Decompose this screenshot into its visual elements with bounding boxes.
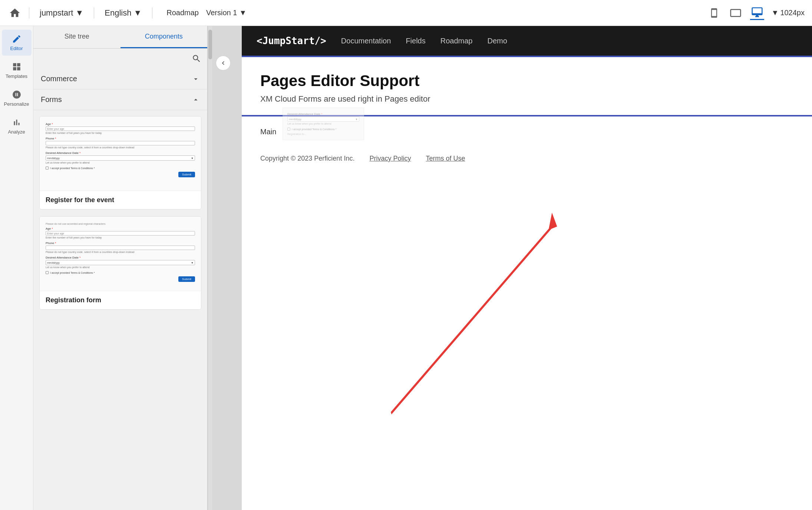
separator bbox=[29, 7, 29, 19]
version-chevron: ▼ bbox=[239, 9, 247, 17]
brand-selector[interactable]: jumpstart ▼ bbox=[36, 8, 87, 18]
registration-preview: Please do not use accented and regional … bbox=[40, 217, 201, 291]
scroll-bar[interactable] bbox=[208, 26, 212, 510]
mini-form-registration: Please do not use accented and regional … bbox=[46, 223, 195, 282]
brand-label: jumpstart bbox=[40, 8, 73, 18]
sidebar-label-analyze: Analyze bbox=[8, 129, 25, 135]
version-selector[interactable]: Version 1 ▼ bbox=[206, 9, 247, 17]
site-nav-demo[interactable]: Demo bbox=[487, 37, 507, 45]
px-label: 1024px bbox=[780, 9, 805, 17]
accordion-commerce[interactable]: Commerce bbox=[33, 69, 207, 89]
panel-tabs: Site tree Components bbox=[33, 26, 207, 49]
route-nav: Roadmap Version 1 ▼ bbox=[166, 9, 247, 17]
panel-toggle-button[interactable] bbox=[216, 56, 231, 70]
search-icon[interactable] bbox=[192, 54, 201, 63]
language-selector[interactable]: English ▼ bbox=[101, 8, 145, 18]
commerce-label: Commerce bbox=[41, 75, 77, 83]
registration-card-label: Registration form bbox=[40, 291, 201, 309]
site-main-label: Main bbox=[260, 128, 276, 136]
site-nav-fields[interactable]: Fields bbox=[406, 37, 425, 45]
site-nav-roadmap[interactable]: Roadmap bbox=[440, 37, 473, 45]
sidebar-item-editor[interactable]: Editor bbox=[2, 30, 32, 56]
site-nav-documentation[interactable]: Documentation bbox=[341, 37, 391, 45]
forms-content: Age * Enter your age Enter the number of… bbox=[33, 110, 207, 322]
home-button[interactable] bbox=[7, 6, 22, 20]
lang-chevron: ▼ bbox=[133, 8, 142, 18]
tablet-device-button[interactable] bbox=[729, 6, 743, 20]
brand-chevron: ▼ bbox=[75, 8, 83, 18]
separator3 bbox=[152, 7, 152, 19]
viewport-size-selector[interactable]: ▼ 1024px bbox=[772, 9, 805, 17]
sidebar-item-templates[interactable]: Templates bbox=[2, 57, 32, 83]
chevron-down-icon bbox=[192, 75, 200, 83]
version-label: Version 1 bbox=[206, 9, 237, 17]
scroll-thumb bbox=[208, 30, 212, 59]
site-footer-terms[interactable]: Terms of Use bbox=[426, 155, 465, 162]
chevron-down-icon: ▼ bbox=[772, 9, 779, 17]
preview-area: <JumpStart/> Documentation Fields Roadma… bbox=[212, 26, 812, 510]
site-hero-subtitle: XM Cloud Forms are used right in Pages e… bbox=[260, 94, 793, 104]
forms-label: Forms bbox=[41, 95, 62, 104]
site-content: Pages Editor Support XM Cloud Forms are … bbox=[242, 56, 812, 170]
site-footer-copy: Copyright © 2023 Perficient Inc. bbox=[260, 155, 354, 162]
tab-site-tree[interactable]: Site tree bbox=[33, 26, 121, 48]
site-frame: <JumpStart/> Documentation Fields Roadma… bbox=[242, 26, 812, 510]
components-panel: Site tree Components Commerce Forms bbox=[33, 26, 208, 510]
main-layout: Editor Templates Personalize Analyze Sit… bbox=[0, 26, 812, 510]
site-footer: Copyright © 2023 Perficient Inc. Privacy… bbox=[242, 147, 812, 170]
site-footer-privacy[interactable]: Privacy Policy bbox=[369, 155, 411, 162]
site-hero: Pages Editor Support XM Cloud Forms are … bbox=[242, 57, 812, 116]
register-preview: Age * Enter your age Enter the number of… bbox=[40, 116, 201, 191]
sidebar-label-templates: Templates bbox=[6, 73, 27, 79]
panel-search-bar bbox=[33, 49, 207, 69]
site-main: Main bbox=[242, 116, 812, 147]
mini-form-register: Age * Enter your age Enter the number of… bbox=[46, 122, 195, 177]
svg-marker-1 bbox=[548, 213, 557, 230]
top-bar-right: ▼ 1024px bbox=[707, 6, 805, 20]
sidebar-label-personalize: Personalize bbox=[4, 101, 29, 107]
svg-line-0 bbox=[391, 227, 552, 413]
register-card-label: Register for the event bbox=[40, 191, 201, 209]
route-label[interactable]: Roadmap bbox=[166, 9, 199, 17]
sidebar-item-personalize[interactable]: Personalize bbox=[2, 85, 32, 111]
site-logo: <JumpStart/> bbox=[257, 35, 326, 46]
chevron-up-icon bbox=[192, 96, 200, 104]
separator2 bbox=[94, 7, 94, 19]
mobile-device-button[interactable] bbox=[707, 6, 721, 20]
sidebar-label-editor: Editor bbox=[10, 46, 23, 51]
site-hero-title: Pages Editor Support bbox=[260, 72, 793, 90]
desktop-device-button[interactable] bbox=[750, 6, 764, 20]
accordion-forms[interactable]: Forms bbox=[33, 89, 207, 110]
component-card-register[interactable]: Age * Enter your age Enter the number of… bbox=[39, 116, 201, 210]
site-nav: <JumpStart/> Documentation Fields Roadma… bbox=[242, 26, 812, 56]
sidebar-icons: Editor Templates Personalize Analyze bbox=[0, 26, 33, 510]
tab-components[interactable]: Components bbox=[121, 26, 208, 48]
sidebar-item-analyze[interactable]: Analyze bbox=[2, 113, 32, 139]
lang-label: English bbox=[105, 8, 131, 18]
component-card-registration[interactable]: Please do not use accented and regional … bbox=[39, 216, 201, 310]
panel-scroll: Commerce Forms Age * bbox=[33, 69, 207, 510]
top-bar: jumpstart ▼ English ▼ Roadmap Version 1 … bbox=[0, 0, 812, 26]
